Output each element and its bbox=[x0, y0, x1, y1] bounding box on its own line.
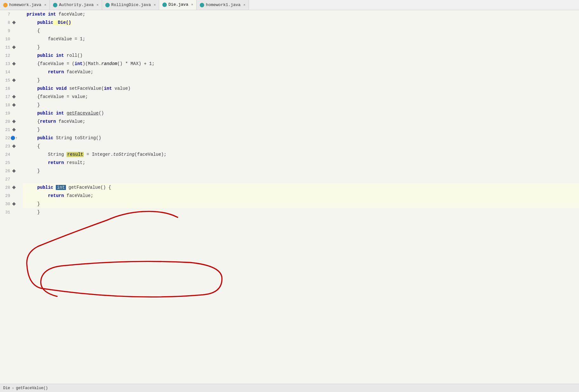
code-line-30: } bbox=[23, 200, 579, 208]
tab-close-authority[interactable]: × bbox=[96, 3, 99, 7]
tab-homework1[interactable]: homework1.java × bbox=[197, 0, 249, 10]
line-num-22: 22 bbox=[0, 136, 10, 140]
line-num-11: 11 bbox=[0, 45, 10, 50]
tab-icon-homework1 bbox=[200, 3, 204, 7]
gutter-icon-22: 🔵↑ bbox=[11, 135, 16, 140]
code-line-10: faceValue = 1; bbox=[23, 35, 579, 43]
tab-die[interactable]: Die.java × bbox=[159, 0, 197, 10]
gutter-icon-26 bbox=[11, 168, 16, 173]
highlight-result: result bbox=[67, 152, 84, 157]
gutter-icon-25 bbox=[11, 160, 16, 165]
line-num-28: 28 bbox=[0, 185, 10, 190]
status-separator: › bbox=[12, 386, 14, 390]
gutter-icon-13 bbox=[11, 61, 16, 66]
line-num-31: 31 bbox=[0, 210, 10, 215]
gutter-icon-18 bbox=[11, 102, 16, 108]
line-num-20: 20 bbox=[0, 119, 10, 124]
gutter-row-26: 26 bbox=[0, 167, 23, 175]
line-num-25: 25 bbox=[0, 160, 10, 165]
line-num-8: 8 bbox=[0, 20, 10, 25]
code-line-18: } bbox=[23, 101, 579, 109]
tab-label-homework: homework.java bbox=[9, 3, 41, 7]
code-line-9: { bbox=[23, 27, 579, 35]
gutter-icon-14 bbox=[11, 69, 16, 75]
code-line-29: return faceValue; bbox=[23, 192, 579, 200]
gutter-row-25: 25 bbox=[0, 159, 23, 167]
gutter-row-29: 29 bbox=[0, 192, 23, 200]
status-method: getFaceValue() bbox=[16, 386, 48, 390]
tab-authority[interactable]: Authority.java × bbox=[50, 0, 102, 10]
code-line-15: } bbox=[23, 76, 579, 84]
tab-close-rollingdice[interactable]: × bbox=[154, 3, 156, 7]
status-bar: Die › getFaceValue() bbox=[0, 384, 579, 392]
tab-bar: homework.java × Authority.java × Rolling… bbox=[0, 0, 579, 10]
gutter-row-11: 11 bbox=[0, 43, 23, 51]
code-line-13: {faceValue = (int)(Math.random() * MAX) … bbox=[23, 60, 579, 68]
gutter-row-14: 14 bbox=[0, 68, 23, 76]
tab-close-die[interactable]: × bbox=[191, 3, 193, 7]
gutter-icon-17 bbox=[11, 94, 16, 99]
gutter-icon-16 bbox=[11, 86, 16, 91]
code-line-26: } bbox=[23, 167, 579, 175]
tab-close-homework[interactable]: × bbox=[44, 3, 46, 7]
gutter-row-18: 18 bbox=[0, 101, 23, 109]
gutter-icon-15 bbox=[11, 78, 16, 83]
line-num-30: 30 bbox=[0, 202, 10, 206]
gutter-icon-7 bbox=[11, 12, 16, 17]
gutter-row-28: 28 bbox=[0, 183, 23, 192]
die-constructor bbox=[53, 20, 57, 25]
gutter-row-27: 27 bbox=[0, 175, 23, 183]
gutter-row-13: 13 bbox=[0, 60, 23, 68]
int-highlight: int bbox=[56, 185, 66, 190]
gutter-icon-9 bbox=[11, 28, 16, 33]
code-line-24: String result = Integer.toString(faceVal… bbox=[23, 150, 579, 159]
gutter-icon-10 bbox=[11, 36, 16, 42]
line-num-26: 26 bbox=[0, 169, 10, 173]
line-num-14: 14 bbox=[0, 70, 10, 75]
code-area[interactable]: private int faceValue; public Die() { fa… bbox=[23, 10, 579, 384]
tab-homework[interactable]: homework.java × bbox=[0, 0, 50, 10]
gutter-icon-11 bbox=[11, 45, 16, 50]
gutter-icon-31 bbox=[11, 210, 16, 215]
gutter-row-9: 9 bbox=[0, 27, 23, 35]
code-line-12: public int roll() bbox=[23, 51, 579, 60]
line-num-27: 27 bbox=[0, 177, 10, 182]
gutter-icon-20 bbox=[11, 119, 16, 124]
code-line-25: return result; bbox=[23, 159, 579, 167]
gutter-row-8: 8 bbox=[0, 18, 23, 27]
editor: 7 8 9 10 11 bbox=[0, 10, 579, 384]
tab-label-authority: Authority.java bbox=[59, 3, 94, 7]
gutter-icon-19 bbox=[11, 111, 16, 116]
code-line-21: } bbox=[23, 126, 579, 134]
tab-close-homework1[interactable]: × bbox=[244, 3, 246, 7]
gutter-icon-8 bbox=[11, 20, 16, 25]
code-line-20: {return faceValue; bbox=[23, 117, 579, 126]
line-num-19: 19 bbox=[0, 111, 10, 116]
gutter-row-12: 12 bbox=[0, 51, 23, 60]
code-line-8: public Die() bbox=[23, 18, 579, 27]
gutter-row-17: 17 bbox=[0, 93, 23, 101]
gutter-row-22: 22 🔵↑ bbox=[0, 134, 23, 142]
gutter: 7 8 9 10 11 bbox=[0, 10, 23, 384]
line-num-9: 9 bbox=[0, 29, 10, 33]
code-line-23: { bbox=[23, 142, 579, 150]
gutter-icon-27 bbox=[11, 177, 16, 182]
gutter-icon-21 bbox=[11, 127, 16, 132]
gutter-row-21: 21 bbox=[0, 126, 23, 134]
tab-icon-rollingdice bbox=[105, 3, 110, 7]
gutter-icon-24 bbox=[11, 152, 16, 157]
code-line-16: public void setFaceValue(int value) bbox=[23, 84, 579, 93]
gutter-row-31: 31 bbox=[0, 208, 23, 216]
tab-rollingdice[interactable]: RollingDice.java × bbox=[102, 0, 159, 10]
tab-label-homework1: homework1.java bbox=[206, 3, 240, 7]
line-num-10: 10 bbox=[0, 37, 10, 42]
code-line-7: private int faceValue; bbox=[23, 10, 579, 18]
code-line-14: return faceValue; bbox=[23, 68, 579, 76]
gutter-icon-28 bbox=[11, 185, 16, 190]
gutter-icon-29 bbox=[11, 193, 16, 198]
gutter-row-16: 16 bbox=[0, 84, 23, 93]
gutter-row-24: 24 bbox=[0, 150, 23, 159]
tab-icon-authority bbox=[53, 3, 57, 7]
tab-icon-die bbox=[162, 3, 167, 7]
gutter-row-20: 20 bbox=[0, 117, 23, 126]
